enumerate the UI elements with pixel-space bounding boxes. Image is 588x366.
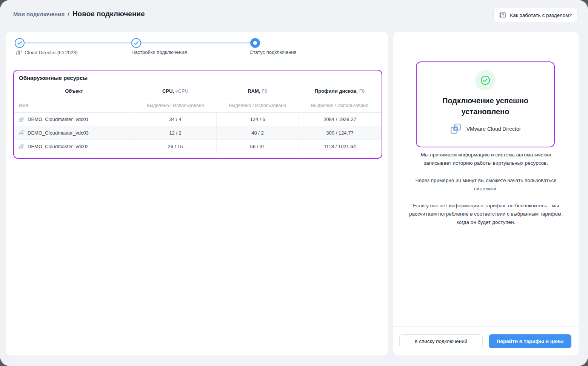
go-to-tariffs-button[interactable]: Перейти в тарифы и цены: [489, 334, 571, 348]
column-cpu: CPU,: [162, 88, 174, 94]
column-object: Объект: [65, 88, 83, 94]
subheader-name: Имя: [19, 103, 28, 108]
step-2-label[interactable]: Настройки подключения: [131, 49, 187, 55]
subheader-disk: Выделено / Использовано: [311, 103, 368, 108]
breadcrumb: Мои подключения / Новое подключение: [13, 10, 145, 18]
table-row: DEMO_Cloudmaster_vdc02 26 / 15 56 / 31 1…: [14, 140, 382, 153]
back-to-connections-button[interactable]: К списку подключений: [399, 334, 483, 348]
table-row: DEMO_Cloudmaster_vdc01 34 / 4 124 / 6 20…: [14, 113, 382, 126]
vdc-icon: [19, 144, 25, 149]
cpu-value: 26 / 15: [134, 140, 216, 153]
cpu-value: 34 / 4: [134, 113, 216, 126]
check-circle-icon: [480, 75, 490, 85]
status-footer: К списку подключений Перейти в тарифы и …: [393, 326, 579, 355]
step-1-label[interactable]: Cloud Director (ID:2023): [16, 49, 78, 55]
step-3-label[interactable]: Статус подключения: [249, 49, 297, 55]
discovered-resources-box: Обнаруженные ресурсы Объект CPU, vCPU RA…: [13, 70, 382, 159]
breadcrumb-separator: /: [68, 11, 69, 18]
ram-value: 56 / 31: [216, 140, 299, 153]
step-1-indicator[interactable]: [15, 38, 25, 48]
step-1-text: Cloud Director (ID:2023): [25, 50, 78, 55]
success-badge: [475, 70, 496, 90]
resources-table: Объект CPU, vCPU RAM, Гб Профили дисков,…: [14, 84, 382, 153]
table-row: DEMO_Cloudmaster_vdc03 12 / 2 48 / 2 300…: [14, 126, 382, 140]
status-description: Мы принимаем информацию и система автома…: [393, 151, 579, 236]
help-button[interactable]: Как работать с разделом?: [493, 8, 577, 22]
status-panel: Подключение успешно установлено VMware C…: [393, 32, 579, 355]
breadcrumb-link-my-connections[interactable]: Мои подключения: [13, 11, 65, 17]
provider-row: VMware Cloud Director: [417, 123, 554, 135]
table-header-row: Объект CPU, vCPU RAM, Гб Профили дисков,…: [14, 84, 382, 98]
status-paragraph: Если у вас нет информации о тарифах, не …: [407, 202, 565, 227]
step-2-indicator[interactable]: [131, 38, 141, 48]
wizard-card: Cloud Director (ID:2023) Настройки подкл…: [6, 32, 388, 355]
ram-value: 124 / 6: [216, 113, 299, 126]
vdc-name: DEMO_Cloudmaster_vdc01: [28, 116, 89, 122]
column-ram-unit: Гб: [262, 88, 267, 94]
status-paragraph: Через примерно 30 минут вы сможете начат…: [407, 176, 565, 193]
cloud-director-icon: [16, 49, 22, 55]
help-button-label: Как работать с разделом?: [510, 12, 572, 18]
step-3-indicator[interactable]: [250, 38, 260, 48]
table-subheader-row: Имя Выделено / Использовано Выделено / И…: [14, 98, 382, 113]
cpu-value: 12 / 2: [134, 126, 216, 139]
column-cpu-unit: vCPU: [175, 88, 188, 94]
status-paragraph: Мы принимаем информацию и система автома…: [407, 151, 565, 167]
resources-title: Обнаруженные ресурсы: [19, 75, 382, 81]
provider-name: VMware Cloud Director: [466, 126, 521, 132]
page-title: Новое подключение: [72, 10, 145, 18]
column-ram: RAM,: [248, 88, 260, 94]
subheader-ram: Выделено / Использовано: [229, 103, 286, 108]
success-title: Подключение успешно установлено: [429, 95, 542, 117]
app-screen: Мои подключения / Новое подключение Как …: [0, 0, 588, 366]
manual-question-icon: [499, 11, 506, 19]
column-disk-profiles: Профили дисков,: [315, 88, 358, 94]
vdc-name: DEMO_Cloudmaster_vdc02: [28, 144, 89, 149]
subheader-cpu: Выделено / Использовано: [146, 103, 204, 108]
vdc-name: DEMO_Cloudmaster_vdc03: [28, 130, 89, 136]
disk-value: 300 / 124.77: [299, 126, 381, 139]
vmware-cloud-director-icon: [450, 123, 462, 135]
ram-value: 48 / 2: [216, 126, 299, 139]
column-disk-unit: Гб: [359, 88, 365, 94]
connection-success-card: Подключение успешно установлено VMware C…: [416, 61, 555, 147]
disk-value: 2084 / 1928.27: [299, 113, 381, 126]
vdc-icon: [19, 116, 25, 122]
wizard-stepper: Cloud Director (ID:2023) Настройки подкл…: [6, 32, 388, 62]
disk-value: 1118 / 1021.64: [299, 140, 381, 153]
vdc-icon: [19, 130, 25, 136]
